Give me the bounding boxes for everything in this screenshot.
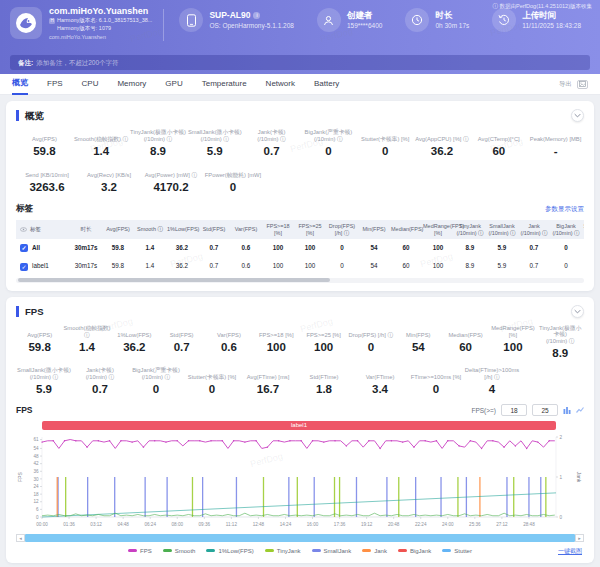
fps-threshold-max-input[interactable] bbox=[532, 404, 558, 416]
svg-text:12:48: 12:48 bbox=[253, 522, 265, 527]
tab-概览[interactable]: 概览 bbox=[12, 73, 28, 95]
svg-text:08:00: 08:00 bbox=[172, 522, 184, 527]
chart-scroll-left-button[interactable]: ◂ bbox=[16, 534, 25, 542]
table-cell: 30m17s bbox=[70, 257, 102, 275]
stat: Drop(FPS) [/h] ⓘ0 bbox=[347, 325, 394, 360]
svg-text:17:36: 17:36 bbox=[334, 522, 346, 527]
tab-CPU[interactable]: CPU bbox=[82, 74, 99, 94]
table-scrollbar-thumb[interactable] bbox=[18, 278, 330, 282]
table-header-row: 标签时长Avg(FPS)Smooth ⓘ1%Low(FPS)Std(FPS)Va… bbox=[16, 220, 584, 239]
legend-item-SmallJank[interactable]: SmallJank bbox=[312, 548, 352, 554]
table-cell: 0 bbox=[326, 257, 358, 275]
stat: Avg(FPS)59.8 bbox=[16, 325, 63, 360]
legend-item-1%Low(FPS)[interactable]: 1%Low(FPS) bbox=[206, 548, 253, 554]
label1-band[interactable]: label1 bbox=[42, 421, 556, 430]
tab-Battery[interactable]: Battery bbox=[314, 74, 339, 94]
column-header: 时长 bbox=[70, 220, 102, 239]
bar-chart-icon[interactable] bbox=[563, 406, 571, 414]
svg-text:0: 0 bbox=[560, 515, 563, 520]
stat: FTime>=100ms [%]0 bbox=[408, 367, 464, 396]
svg-text:30: 30 bbox=[33, 477, 39, 482]
column-header: Median(FPS) bbox=[390, 220, 422, 239]
stat-value: 0.7 bbox=[243, 145, 300, 158]
stat-label: Avg(FPS) bbox=[16, 129, 73, 143]
overview-stats-row1: Avg(FPS)59.8Smooth(稳帧指数) ⓘ1.4TinyJank(极微… bbox=[16, 129, 584, 158]
fps-threshold-min-input[interactable] bbox=[501, 404, 527, 416]
line-chart-icon[interactable] bbox=[576, 406, 584, 414]
table-scrollbar-track[interactable] bbox=[16, 278, 584, 283]
legend-item-TinyJank[interactable]: TinyJank bbox=[265, 548, 301, 554]
chart-scroll-right-button[interactable]: ▸ bbox=[575, 534, 584, 542]
visibility-icon[interactable] bbox=[20, 226, 30, 232]
legend-item-Jank[interactable]: Jank bbox=[362, 548, 387, 554]
legend-label: 1%Low(FPS) bbox=[218, 548, 253, 554]
chart-screenshot-link[interactable]: 一键截图 bbox=[558, 547, 582, 556]
duration-info: 时长 0h 30m 17s bbox=[405, 8, 469, 32]
stat: Median(FPS)60 bbox=[442, 325, 489, 360]
tab-Memory[interactable]: Memory bbox=[117, 74, 146, 94]
stat: Avg(CTemp)[°C]60 bbox=[470, 129, 527, 158]
screenshot-icon[interactable] bbox=[577, 80, 588, 89]
collect-note: ⓘ 数据由PerfDog(11.4.251012)版本收集 bbox=[492, 3, 592, 10]
remark-input[interactable]: 备注:添加备注，不超过200个字符 bbox=[10, 55, 590, 70]
overview-collapse-button[interactable] bbox=[571, 109, 584, 122]
stat: FPS>=18 [%]100 bbox=[253, 325, 300, 360]
stat-label: Avg(AppCPU) [%] ⓘ bbox=[414, 129, 471, 143]
report-header: ⓘ 数据由PerfDog(11.4.251012)版本收集 com.miHoYo… bbox=[0, 0, 600, 74]
tab-Network[interactable]: Network bbox=[266, 74, 295, 94]
export-button[interactable]: 导出 bbox=[559, 80, 572, 89]
stat: Var(FTime)3.4 bbox=[352, 367, 408, 396]
stat: Min(FPS)54 bbox=[395, 325, 442, 360]
stat-value: 36.2 bbox=[111, 341, 158, 354]
table-cell: 100 bbox=[262, 257, 294, 275]
stat-value: 3.4 bbox=[352, 383, 408, 396]
legend-item-Stutter[interactable]: Stutter bbox=[442, 548, 472, 554]
stat-label: TinyJank(极微小卡顿) (/10min) ⓘ bbox=[537, 325, 584, 345]
legend-item-FPS[interactable]: FPS bbox=[128, 548, 152, 554]
svg-text:36: 36 bbox=[33, 469, 39, 474]
tab-Temperature[interactable]: Temperature bbox=[202, 74, 247, 94]
table-row: ✓label130m17s59.81.436.20.70.61001000546… bbox=[16, 257, 584, 275]
stat-value: 16.7 bbox=[240, 383, 296, 396]
chart-legend: FPSSmooth1%Low(FPS)TinyJankSmallJankJank… bbox=[16, 546, 584, 555]
legend-item-Smooth[interactable]: Smooth bbox=[163, 548, 196, 554]
stat: SmallJank(微小卡顿) (/10min) ⓘ5.9 bbox=[186, 129, 243, 158]
legend-label: SmallJank bbox=[324, 548, 352, 554]
creator-icon bbox=[317, 8, 341, 32]
stat-label: Std(FTime) bbox=[296, 367, 352, 381]
stat-value: 0 bbox=[128, 383, 184, 396]
column-header: SmallJank (/10min) ⓘ bbox=[486, 220, 518, 239]
stat-label: Var(FTime) bbox=[352, 367, 408, 381]
tab-FPS[interactable]: FPS bbox=[47, 74, 63, 94]
chart-scrollbar: ◂ ▸ bbox=[16, 534, 584, 542]
row-label: label1 bbox=[32, 263, 49, 270]
table-cell: 36.2 bbox=[166, 239, 198, 257]
tab-GPU[interactable]: GPU bbox=[165, 74, 182, 94]
table-cell: 54 bbox=[358, 257, 390, 275]
fps-collapse-button[interactable] bbox=[571, 305, 584, 318]
fps-card: FPS Avg(FPS)59.8Smooth(稳帧指数) ⓘ1.41%Low(F… bbox=[6, 297, 594, 563]
table-cell: 5.9 bbox=[486, 239, 518, 257]
legend-marker bbox=[398, 549, 407, 552]
column-header: Var(FPS) bbox=[230, 220, 262, 239]
legend-item-BigJank[interactable]: BigJank bbox=[398, 548, 431, 554]
fps-chart[interactable]: 0612182430364248546101200:0001:3603:1204… bbox=[16, 431, 584, 533]
svg-text:25:36: 25:36 bbox=[469, 522, 481, 527]
stat: MedRange(FPS)[%]100 bbox=[489, 325, 536, 360]
stat: Peak(Memory) [MB]- bbox=[527, 129, 584, 158]
row-label-cell: ✓All bbox=[16, 239, 70, 257]
param-display-settings-link[interactable]: 参数显示设置 bbox=[545, 205, 584, 214]
legend-label: TinyJank bbox=[277, 548, 301, 554]
checkbox-checked[interactable]: ✓ bbox=[20, 244, 28, 252]
svg-text:03:12: 03:12 bbox=[90, 522, 102, 527]
table-cell: 54 bbox=[358, 239, 390, 257]
app-package: com.miHoYo.Yuanshen bbox=[49, 34, 152, 40]
device-info-icon[interactable]: i bbox=[253, 12, 260, 19]
svg-text:11:12: 11:12 bbox=[226, 522, 238, 527]
stat-value: 0.7 bbox=[158, 341, 205, 354]
stat-label: Jank(卡顿) (/10min) ⓘ bbox=[243, 129, 300, 143]
device-name: SUP-AL90 bbox=[209, 10, 250, 21]
chart-scroll-thumb[interactable] bbox=[25, 534, 575, 542]
checkbox-checked[interactable]: ✓ bbox=[20, 263, 28, 271]
stat: Smooth(稳帧指数) ⓘ1.4 bbox=[63, 325, 110, 360]
